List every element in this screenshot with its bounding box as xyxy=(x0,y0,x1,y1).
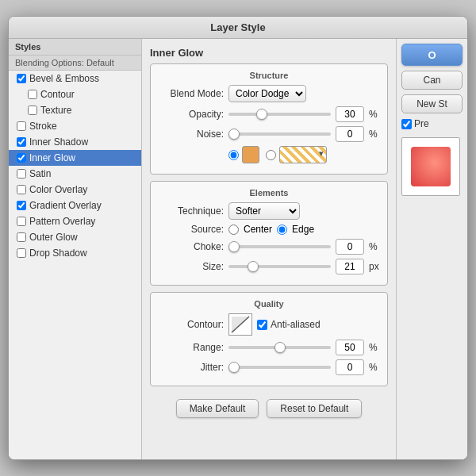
jitter-unit: % xyxy=(369,362,378,373)
drop-shadow-checkbox[interactable] xyxy=(17,248,26,258)
range-label: Range: xyxy=(160,342,224,353)
choke-label: Choke: xyxy=(160,241,224,252)
preview-label: Pre xyxy=(414,118,429,129)
choke-input[interactable] xyxy=(336,239,364,255)
range-row: Range: % xyxy=(160,340,378,355)
solid-radio-group xyxy=(228,146,259,163)
window-body: Styles Blending Options: Default Bevel &… xyxy=(9,39,467,459)
layer-style-window: Layer Style Styles Blending Options: Def… xyxy=(8,16,468,460)
sidebar-header: Styles xyxy=(9,39,141,56)
blending-options-label[interactable]: Blending Options: Default xyxy=(9,56,141,71)
jitter-input[interactable] xyxy=(336,359,364,375)
blend-mode-label: Blend Mode: xyxy=(160,88,224,99)
outer-glow-checkbox[interactable] xyxy=(17,232,26,242)
noise-unit: % xyxy=(369,129,378,140)
make-default-button[interactable]: Make Default xyxy=(176,399,259,418)
technique-select[interactable]: Softer Precise xyxy=(228,202,300,220)
ok-button[interactable]: O xyxy=(401,44,463,66)
source-center-radio[interactable] xyxy=(228,225,239,235)
jitter-slider[interactable] xyxy=(228,366,331,369)
stroke-checkbox[interactable] xyxy=(17,121,26,131)
sidebar-label-pattern-overlay: Pattern Overlay xyxy=(29,216,95,227)
sidebar-item-outer-glow[interactable]: Outer Glow xyxy=(9,229,141,245)
blend-mode-select[interactable]: Normal Dissolve Multiply Screen Overlay … xyxy=(228,85,306,102)
sidebar-item-bevel-emboss[interactable]: Bevel & Emboss xyxy=(9,71,141,86)
right-panel: O Can New St Pre xyxy=(396,39,467,459)
sidebar-label-contour: Contour xyxy=(40,89,75,100)
opacity-input[interactable] xyxy=(336,106,364,122)
opacity-unit: % xyxy=(369,109,378,120)
size-row: Size: px xyxy=(160,259,378,274)
size-input[interactable] xyxy=(336,259,364,274)
sidebar-item-inner-shadow[interactable]: Inner Shadow xyxy=(9,134,141,150)
sidebar-item-satin[interactable]: Satin xyxy=(9,166,141,182)
range-input[interactable] xyxy=(336,340,364,355)
bottom-buttons: Make Default Reset to Default xyxy=(150,399,388,418)
noise-row: Noise: % xyxy=(160,126,378,142)
gradient-color-radio[interactable] xyxy=(266,150,276,160)
sidebar-label-bevel-emboss: Bevel & Emboss xyxy=(29,73,99,84)
noise-input[interactable] xyxy=(336,126,364,142)
satin-checkbox[interactable] xyxy=(17,169,26,178)
contour-label: Contour: xyxy=(160,319,224,330)
source-edge-radio[interactable] xyxy=(277,225,287,235)
sidebar-label-outer-glow: Outer Glow xyxy=(29,232,78,243)
size-unit: px xyxy=(369,261,379,272)
technique-row: Technique: Softer Precise xyxy=(160,202,378,220)
blend-mode-row: Blend Mode: Normal Dissolve Multiply Scr… xyxy=(160,85,378,102)
solid-color-radio[interactable] xyxy=(228,150,239,160)
preview-box xyxy=(401,137,460,196)
sidebar-label-inner-glow: Inner Glow xyxy=(29,152,75,163)
sidebar-item-contour[interactable]: Contour xyxy=(9,86,141,102)
gradient-radio-group xyxy=(266,146,327,163)
elements-section: Elements Technique: Softer Precise Sourc… xyxy=(150,181,388,286)
inner-glow-checkbox[interactable] xyxy=(17,153,26,163)
anti-aliased-checkbox[interactable] xyxy=(257,320,267,330)
texture-checkbox[interactable] xyxy=(28,106,37,115)
size-label: Size: xyxy=(160,261,224,272)
sidebar: Styles Blending Options: Default Bevel &… xyxy=(9,39,142,459)
inner-glow-title: Inner Glow xyxy=(150,47,388,59)
solid-color-swatch[interactable] xyxy=(242,146,259,163)
cancel-button[interactable]: Can xyxy=(401,71,463,90)
main-content: Inner Glow Structure Blend Mode: Normal … xyxy=(142,39,396,459)
sidebar-item-stroke[interactable]: Stroke xyxy=(9,118,141,134)
opacity-label: Opacity: xyxy=(160,109,224,120)
sidebar-item-inner-glow[interactable]: Inner Glow xyxy=(9,150,141,166)
sidebar-label-texture: Texture xyxy=(40,105,71,116)
sidebar-item-gradient-overlay[interactable]: Gradient Overlay xyxy=(9,198,141,213)
size-slider[interactable] xyxy=(228,265,331,268)
noise-slider[interactable] xyxy=(228,132,331,136)
reset-default-button[interactable]: Reset to Default xyxy=(267,399,362,418)
inner-shadow-checkbox[interactable] xyxy=(17,137,26,147)
sidebar-label-inner-shadow: Inner Shadow xyxy=(29,136,88,148)
contour-swatch[interactable] xyxy=(228,313,252,336)
sidebar-item-pattern-overlay[interactable]: Pattern Overlay xyxy=(9,213,141,229)
gradient-color-swatch[interactable] xyxy=(279,146,327,163)
source-edge-label: Edge xyxy=(292,224,314,235)
source-label: Source: xyxy=(160,224,224,235)
contour-checkbox[interactable] xyxy=(28,90,37,99)
source-options: Center Edge xyxy=(228,224,314,235)
opacity-slider[interactable] xyxy=(228,113,331,116)
titlebar: Layer Style xyxy=(9,17,467,39)
elements-title: Elements xyxy=(160,188,378,198)
preview-inner xyxy=(411,147,451,186)
new-style-button[interactable]: New St xyxy=(401,94,463,113)
preview-checkbox[interactable] xyxy=(401,119,412,129)
range-slider[interactable] xyxy=(228,346,331,349)
bevel-emboss-checkbox[interactable] xyxy=(17,74,26,83)
sidebar-item-drop-shadow[interactable]: Drop Shadow xyxy=(9,245,141,261)
gradient-overlay-checkbox[interactable] xyxy=(17,201,26,210)
structure-title: Structure xyxy=(160,71,378,80)
sidebar-item-texture[interactable]: Texture xyxy=(9,102,141,118)
color-overlay-checkbox[interactable] xyxy=(17,185,26,194)
sidebar-label-color-overlay: Color Overlay xyxy=(29,184,87,195)
choke-slider[interactable] xyxy=(228,245,331,248)
pattern-overlay-checkbox[interactable] xyxy=(17,217,26,226)
sidebar-item-color-overlay[interactable]: Color Overlay xyxy=(9,182,141,198)
sidebar-label-stroke: Stroke xyxy=(29,121,57,132)
anti-aliased-label: Anti-aliased xyxy=(257,319,321,330)
jitter-row: Jitter: % xyxy=(160,359,378,375)
window-title: Layer Style xyxy=(210,21,265,33)
